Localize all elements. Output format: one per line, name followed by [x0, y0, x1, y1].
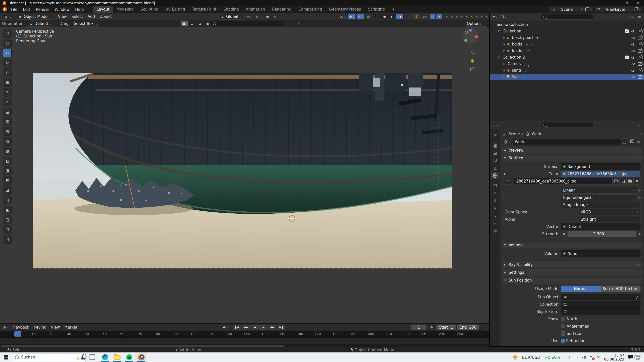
copy-icon[interactable] [585, 8, 588, 11]
header-overflow-icon[interactable]: ✕ [445, 15, 448, 19]
viewport-canvas[interactable]: ▢◎↔↻◇▦✎∠▤▥▧▨▩◧◨◩◪◫▣◰◱◳ Camera Perspectiv… [0, 27, 489, 323]
outliner-row-boids[interactable]: ▶▼boids⚙▽ [490, 41, 644, 48]
outliner-row-sun[interactable]: ▶Sun☀ [490, 74, 644, 80]
tool-button-10[interactable]: ▧ [3, 127, 12, 136]
falloff-button[interactable]: ∿⌄ [273, 14, 280, 19]
shading-mode-0[interactable]: ◌ [374, 14, 381, 19]
hide-in-viewport-toggle[interactable] [631, 29, 635, 33]
disable-in-renders-toggle[interactable] [638, 69, 642, 72]
properties-tab-physics[interactable]: ⊚ [491, 204, 499, 212]
pause-render-button[interactable]: ‖ [413, 14, 420, 19]
projection-dropdown[interactable]: Equirectangular⌄ [561, 194, 636, 201]
select-mode-1[interactable]: ⊞ [188, 21, 195, 26]
axis-x[interactable] [475, 35, 478, 38]
tool-button-4[interactable]: ◇ [3, 68, 12, 77]
header-overflow-icon[interactable]: ✕ [470, 15, 473, 19]
workspace-tab-animation[interactable]: Animation [242, 6, 268, 13]
tool-button-17[interactable]: ◫ [3, 196, 12, 204]
workspace-tab-scripting[interactable]: Scripting [365, 6, 388, 13]
close-button[interactable]: ✕ [632, 0, 644, 6]
sky-texture-field[interactable]: ❒ [561, 308, 640, 315]
tool-button-16[interactable]: ◪ [3, 186, 12, 195]
menubar-item-window[interactable]: Window [52, 7, 72, 12]
filter-icon[interactable]: ▽⌄ [627, 14, 634, 19]
outliner-row-sand[interactable]: ▶▼sand▽ [490, 67, 644, 74]
outliner-search-input[interactable] [541, 14, 593, 20]
pin-icon[interactable]: ✎ [581, 8, 583, 11]
overlay-mini-toggle-1[interactable]: − [430, 14, 435, 19]
zoom-icon[interactable] [470, 49, 475, 55]
tool-button-18[interactable]: ▣ [3, 206, 12, 214]
proportional-editing-button[interactable]: ◉ [264, 14, 271, 19]
outliner-row-collection-2[interactable]: ▼Collection 2✓ [490, 54, 644, 61]
viewport-menu-add[interactable]: Add [85, 14, 97, 19]
timeline-menu-view[interactable]: View [49, 325, 62, 330]
hide-in-viewport-toggle[interactable] [631, 49, 635, 53]
timeline-tracks[interactable] [0, 338, 489, 344]
colorspace-dropdown[interactable]: sRGB⌄ [579, 209, 640, 215]
tool-button-14[interactable]: ◨ [3, 166, 12, 175]
select-mode-2[interactable]: ⊟ [196, 21, 203, 26]
menubar-item-help[interactable]: Help [72, 7, 87, 12]
shading-dropdown[interactable]: ⌄ [405, 14, 412, 19]
task-view-button[interactable] [90, 354, 95, 360]
pan-hand-icon[interactable]: ✋ [470, 58, 475, 63]
hide-in-viewport-toggle[interactable] [631, 69, 635, 72]
object-visibility-button[interactable]: ⌄ [339, 14, 347, 19]
tool-button-0[interactable]: ▢ [3, 29, 12, 38]
header-overflow-icon[interactable]: ✕ [480, 15, 483, 19]
tool-button-3[interactable]: ↻ [3, 59, 12, 67]
hide-in-viewport-toggle[interactable] [631, 75, 635, 79]
use-preview-range-button[interactable]: ◷ [428, 325, 435, 330]
unlink-datablock-button[interactable]: ✕ [635, 139, 642, 145]
viewlayer-selector[interactable]: ❐⌄ ViewLayer ✕ [595, 7, 642, 12]
copy-image-button[interactable] [619, 178, 626, 185]
shading-mode-2[interactable]: ◐ [389, 14, 396, 19]
color-link-field[interactable]: 2862716486_cde78650c8_c.jpg [561, 171, 640, 177]
tool-button-6[interactable]: ✎ [3, 88, 12, 97]
editor-type-button[interactable]: ⊞⌄ [2, 14, 13, 20]
select-mode-0[interactable]: ▣ [181, 21, 188, 26]
properties-tab-viewlayer[interactable]: ❐ [491, 157, 499, 164]
header-overflow-icon[interactable]: ✕ [450, 15, 453, 19]
timeline-ruler[interactable]: 1 10203040506070809010011012013014015016… [0, 331, 489, 338]
properties-search-input[interactable] [541, 122, 593, 128]
tool-button-8[interactable]: ▤ [3, 108, 12, 116]
tool-button-7[interactable]: ∠ [3, 98, 12, 106]
jump-to-start-button[interactable]: ▌◀ [233, 325, 241, 330]
notification-center[interactable]: 22 [628, 355, 641, 359]
blender-menu-icon[interactable] [3, 7, 7, 12]
tool-button-20[interactable]: ◱ [3, 225, 12, 234]
display-tray-icon[interactable]: ▭ [575, 355, 578, 359]
transform-pivot-button[interactable]: ⌖⌄ [246, 14, 253, 19]
jump-to-end-button[interactable]: ▶▐ [277, 325, 285, 330]
header-overflow-icon[interactable]: ✕ [460, 15, 463, 19]
start-button[interactable] [4, 355, 8, 359]
workspace-tab-sculpting[interactable]: Sculpting [137, 6, 162, 13]
disable-in-renders-toggle[interactable] [638, 56, 642, 59]
list-dropdown[interactable]: ≡⌄ [287, 21, 294, 26]
tool-button-21[interactable]: ◳ [3, 235, 12, 244]
workspace-tab--[interactable]: + [388, 6, 399, 13]
taskbar-blender-icon[interactable] [135, 352, 147, 362]
snap-magnet-button[interactable]: ∩⌄ [255, 14, 262, 19]
orientation-setting-dropdown[interactable]: ⊥Default⌄ [27, 21, 54, 27]
properties-tab-particles[interactable]: ✽ [491, 197, 499, 204]
transform-orientation[interactable]: ⊥ Global⌄ [218, 14, 244, 20]
tool-button-5[interactable]: ▦ [3, 78, 12, 87]
header-overflow-icon[interactable]: ✕ [485, 15, 488, 19]
disable-in-renders-toggle[interactable] [638, 43, 642, 46]
workspace-tab-shading[interactable]: Shading [220, 6, 242, 13]
minimize-button[interactable]: ─ [609, 0, 621, 6]
show-overlays-button[interactable]: ◎⌄ [357, 14, 364, 19]
show-gizmo-button[interactable]: ⊕⌄ [348, 14, 355, 19]
fake-user-button[interactable] [612, 178, 619, 185]
frame-start-field[interactable]: Start1 [436, 325, 456, 330]
outliner-row-leader[interactable]: ▶▼leader▽ [490, 48, 644, 54]
tool-button-15[interactable]: ◩ [3, 176, 12, 185]
workspace-tab-layout[interactable]: Layout [93, 6, 113, 13]
disclosure-arrow[interactable]: ▼ [497, 56, 501, 59]
speaker-icon[interactable]: ◁) [582, 355, 586, 359]
next-keyframe-button[interactable]: ◆▶ [268, 325, 276, 330]
tool-button-12[interactable]: ▩ [3, 147, 12, 155]
